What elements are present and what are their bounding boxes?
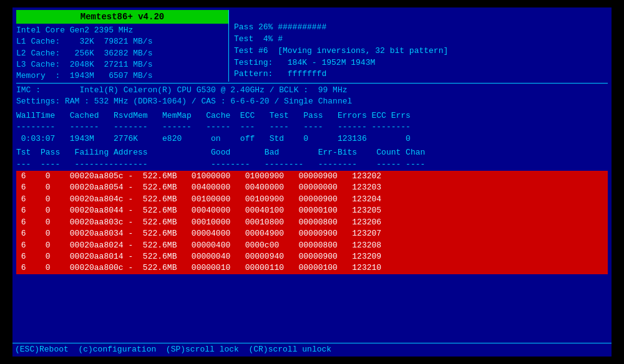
bottom-bar: (ESC)Reboot (c)configuration (SP)scroll … xyxy=(12,343,612,357)
err-header: Tst Pass Failing Address Good Bad Err-Bi… xyxy=(16,147,608,159)
error-row: 6 0 00020aa805c - 522.6MB 01000000 01000… xyxy=(16,171,608,182)
error-row: 6 0 00020aa8044 - 522.6MB 00040000 00040… xyxy=(16,205,608,216)
table-header: WallTime Cached RsvdMem MemMap Cache ECC… xyxy=(16,110,608,122)
mem-line: Memory : 1943M 6507 MB/s xyxy=(16,70,228,82)
pass-line: Pass 26% ########## xyxy=(234,22,608,34)
memtest-screen: Memtest86+ v4.20 Intel Core Gen2 2395 MH… xyxy=(12,7,612,357)
table-data: 0:03:07 1943M 2776K e820 on off Std 0 12… xyxy=(16,133,608,145)
error-row: 6 0 00020aa8014 - 522.6MB 00000040 00000… xyxy=(16,251,608,262)
error-row: 6 0 00020aa8024 - 522.6MB 00000400 0000c… xyxy=(16,240,608,251)
error-rows: 6 0 00020aa805c - 522.6MB 01000000 01000… xyxy=(16,171,608,274)
l3-line: L3 Cache: 2048K 27211 MB/s xyxy=(16,59,228,70)
test-num-line: Test #6 [Moving inversions, 32 bit patte… xyxy=(234,46,608,57)
error-row: 6 0 00020aa804c - 522.6MB 00100000 00100… xyxy=(16,194,608,205)
error-row: 6 0 00020aa8034 - 522.6MB 00004000 00004… xyxy=(16,228,608,239)
err-dashes: --- ---- --------------- -------- ------… xyxy=(16,159,608,171)
imc-divider xyxy=(16,83,608,84)
cpu-line: Intel Core Gen2 2395 MHz xyxy=(16,25,228,36)
testing-line: Testing: 184K - 1952M 1943M xyxy=(234,57,608,69)
pattern-line: Pattern: fffffffd xyxy=(234,69,608,80)
error-row: 6 0 00020aa800c - 522.6MB 00000010 00000… xyxy=(16,262,608,274)
error-row: 6 0 00020aa8054 - 522.6MB 00400000 00400… xyxy=(16,182,608,193)
imc-line: IMC : Intel(R) Celeron(R) CPU G530 @ 2.4… xyxy=(16,85,608,96)
title-bar: Memtest86+ v4.20 xyxy=(16,10,228,24)
settings-line: Settings: RAM : 532 MHz (DDR3-1064) / CA… xyxy=(16,96,608,107)
l1-line: L1 Cache: 32K 79821 MB/s xyxy=(16,36,228,47)
table-dashes: -------- ------ ------- ------ ----- ---… xyxy=(16,122,608,133)
test-line: Test 4% # xyxy=(234,34,608,46)
l2-line: L2 Cache: 256K 36282 MB/s xyxy=(16,48,228,59)
error-row: 6 0 00020aa803c - 522.6MB 00010000 00010… xyxy=(16,217,608,228)
